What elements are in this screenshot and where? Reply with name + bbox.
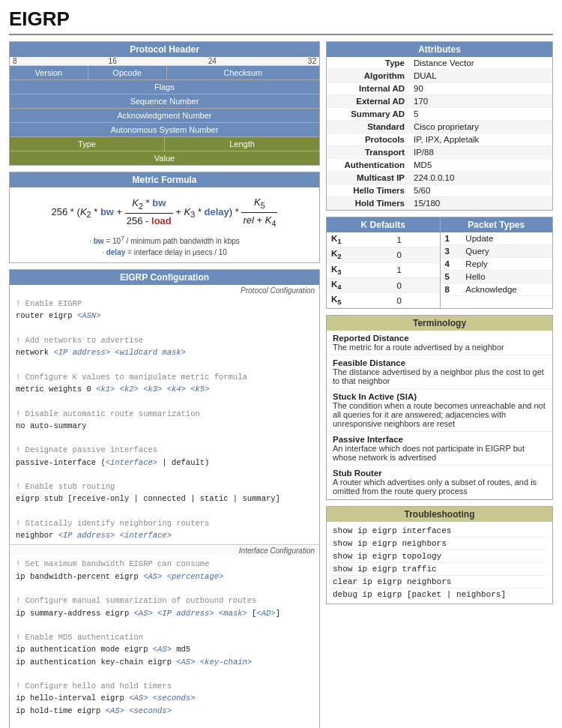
term-name-2: Feasible Distance (333, 358, 546, 367)
term-stub-router: Stub Router A router which advertises on… (327, 466, 552, 499)
cmd-4: no auto-summary (16, 421, 87, 430)
ph-ack: Acknowledgment Number (10, 109, 319, 123)
k-row-4: K4 0 (327, 277, 440, 292)
right-column: Attributes Type Distance Vector Algorith… (326, 41, 553, 728)
k-row-3: K3 1 (327, 262, 440, 277)
cmd-6: eigrp stub [receive-only | connected | s… (16, 494, 280, 503)
if-cmd-3a: ip authentication mode eigrp <AS> md5 (16, 645, 190, 654)
packet-types-section: Packet Types 1 Update 3 Query (440, 217, 553, 308)
k-defaults-title: K Defaults (327, 217, 440, 232)
attr-label-std: Standard (327, 121, 409, 133)
protocol-header-title: Protocol Header (10, 42, 319, 57)
terminology-title: Terminology (327, 316, 552, 331)
left-column: Protocol Header 8 16 24 32 Version Opcod… (9, 41, 320, 728)
attr-value-proto: IP, IPX, Appletalk (409, 133, 552, 146)
k-label-2: K2 (327, 247, 393, 262)
troubleshooting-list: show ip eigrp interfaces show ip eigrp n… (327, 522, 552, 604)
attr-row-transport: Transport IP/88 (327, 146, 552, 159)
trouble-cmd-6: debug ip eigrp [packet | neighbors] (333, 589, 546, 601)
attr-label-proto: Protocols (327, 133, 409, 146)
term-desc-1: The metric for a route advertised by a n… (333, 343, 546, 352)
comment-1: ! Enable EIGRP (16, 299, 82, 308)
metric-formula-box: Metric Formula 256 * (K2 * bw + K2 * bw … (9, 172, 320, 263)
comment-3: ! Configure K values to manipulate metri… (16, 373, 247, 382)
attr-row-hello: Hello Timers 5/60 (327, 184, 552, 197)
metric-note-bw: · bw = 107 / minimum path bandwidth in k… (10, 233, 319, 247)
term-desc-3: The condition when a route becomes unrea… (333, 401, 546, 428)
ruler-32: 32 (308, 57, 316, 65)
attr-label-auth: Authentication (327, 159, 409, 172)
term-name-5: Stub Router (333, 469, 546, 478)
ph-type-row: Type Length (10, 137, 319, 151)
trouble-cmd-5: clear ip eigrp neighbors (333, 576, 546, 589)
ph-ruler: 8 16 24 32 (10, 57, 319, 66)
k-label-4: K4 (327, 277, 393, 292)
pt-name-5: Acknowledge (461, 283, 552, 296)
attr-value-transport: IP/88 (409, 146, 552, 159)
metric-formula: 256 * (K2 * bw + K2 * bw 256 - load + K3… (10, 192, 319, 233)
attr-row-proto: Protocols IP, IPX, Appletalk (327, 133, 552, 146)
cmd-1: router eigrp <ASN> (16, 311, 100, 320)
k-defaults-section: K Defaults K1 1 K2 0 (327, 217, 440, 308)
pt-num-1: 1 (441, 232, 462, 245)
term-desc-2: The distance advertised by a neighbor pl… (333, 367, 546, 385)
pt-name-1: Update (461, 232, 552, 245)
metric-title: Metric Formula (10, 172, 319, 187)
attr-value-hello: 5/60 (409, 184, 552, 197)
ph-flags: Flags (10, 80, 319, 94)
pt-row-5: 8 Acknowledge (441, 283, 553, 296)
term-sia: Stuck In Active (SIA) The condition when… (327, 389, 552, 432)
if-cmd-4a: ip hello-interval eigrp <AS> <seconds> (16, 694, 195, 703)
term-passive-interface: Passive Interface An interface which doe… (327, 432, 552, 466)
pt-row-2: 3 Query (441, 245, 553, 258)
pt-name-2: Query (461, 245, 552, 258)
ruler-24: 24 (208, 57, 217, 65)
attr-value-algo: DUAL (409, 70, 552, 82)
if-comment-4: ! Configure hello and hold timers (16, 682, 172, 691)
attributes-title: Attributes (327, 42, 552, 57)
attr-label-hello: Hello Timers (327, 184, 409, 197)
ph-checksum: Checksum (167, 66, 320, 79)
k-label-5: K5 (327, 293, 393, 308)
cmd-2: network <IP address> <wildcard mask> (16, 348, 186, 357)
kp-grid: K Defaults K1 1 K2 0 (326, 217, 553, 309)
attr-value-ead: 170 (409, 95, 552, 108)
packet-types-table: 1 Update 3 Query 4 Reply (441, 232, 553, 296)
attr-value-std: Cisco proprietary (409, 121, 552, 133)
protocol-header-box: Protocol Header 8 16 24 32 Version Opcod… (9, 41, 320, 166)
attr-row-hold: Hold Timers 15/180 (327, 197, 552, 210)
attributes-box: Attributes Type Distance Vector Algorith… (326, 41, 553, 211)
k-defaults-table: K1 1 K2 0 K3 1 (327, 232, 440, 308)
troubleshooting-title: Troubleshooting (327, 507, 552, 522)
if-cmd-4b: ip hold-time eigrp <AS> <seconds> (16, 706, 172, 715)
term-reported-distance: Reported Distance The metric for a route… (327, 331, 552, 355)
attr-label-type: Type (327, 57, 409, 70)
term-name-1: Reported Distance (333, 334, 546, 343)
config-interface-code: ! Set maximum bandwidth EIGRP can consum… (10, 555, 319, 728)
config-title: EIGRP Configuration (10, 270, 319, 285)
pt-num-3: 4 (441, 258, 462, 271)
if-comment-3: ! Enable MD5 authentication (16, 633, 143, 642)
config-interface-label: Interface Configuration (10, 544, 319, 555)
trouble-cmd-4: show ip eigrp traffic (333, 563, 546, 576)
pt-row-1: 1 Update (441, 232, 553, 245)
packet-types-title: Packet Types (441, 217, 553, 232)
if-comment-2: ! Configure manual summarization of outb… (16, 596, 256, 605)
k-val-5: 0 (393, 293, 440, 308)
k-label-3: K3 (327, 262, 393, 277)
metric-note-delay: · delay = interface delay in μsecs / 10 (10, 247, 319, 258)
attr-row-std: Standard Cisco proprietary (327, 121, 552, 133)
config-protocol-label: Protocol Configuration (10, 285, 319, 295)
pt-row-4: 5 Hello (441, 271, 553, 283)
ph-row-1: Version Opcode Checksum (10, 66, 319, 80)
k-val-3: 1 (393, 262, 440, 277)
page-title: EIGRP (9, 7, 553, 35)
attr-label-hold: Hold Timers (327, 197, 409, 210)
pt-num-2: 3 (441, 245, 462, 258)
ruler-16: 16 (109, 57, 117, 65)
k-val-2: 0 (393, 247, 440, 262)
attr-label-algo: Algorithm (327, 70, 409, 82)
cmd-3: metric weights 0 <k1> <k2> <k3> <k4> <k5… (16, 385, 209, 394)
attr-row-algo: Algorithm DUAL (327, 70, 552, 82)
term-desc-5: A router which advertises only a subset … (333, 478, 546, 496)
